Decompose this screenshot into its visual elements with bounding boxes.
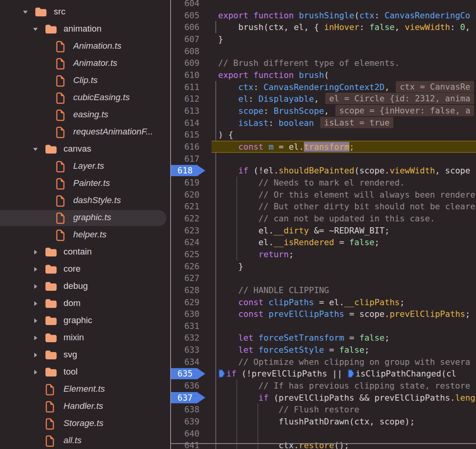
chevron-right-icon[interactable]	[32, 334, 39, 341]
code-line[interactable]: 617	[171, 153, 476, 165]
line-number[interactable]: 605	[171, 9, 199, 21]
inline-breakpoint-icon[interactable]	[348, 369, 354, 378]
code-line[interactable]: 613 scope: BrushScope,scope = {inHover: …	[171, 105, 476, 117]
line-number[interactable]: 623	[171, 224, 199, 237]
chevron-down-icon[interactable]	[32, 146, 39, 153]
line-number[interactable]: 608	[171, 45, 199, 57]
line-number[interactable]: 634	[171, 356, 199, 368]
tree-folder-mixin[interactable]: mixin	[0, 329, 170, 346]
inline-breakpoint-icon[interactable]	[219, 369, 225, 378]
line-number[interactable]: 625	[171, 248, 199, 260]
line-number[interactable]: 611	[171, 81, 199, 93]
line-number[interactable]: 631	[171, 320, 199, 332]
code-line[interactable]: 618 if (!el.shouldBePainted(scope.viewWi…	[171, 164, 476, 177]
tree-file-helper-ts[interactable]: helper.ts	[0, 226, 170, 244]
code-line[interactable]: 635if (!prevElClipPaths || isClipPathCha…	[171, 368, 476, 380]
tree-file-painter-ts[interactable]: Painter.ts	[0, 175, 170, 192]
tree-folder-dom[interactable]: dom	[0, 295, 170, 312]
code-line[interactable]: 608	[171, 45, 476, 57]
line-number[interactable]: 613	[171, 105, 199, 117]
code-line[interactable]: 639 flushPathDrawn(ctx, scope);	[171, 415, 476, 428]
line-number[interactable]: 604	[171, 0, 199, 9]
chevron-right-icon[interactable]	[32, 352, 39, 359]
tree-file-handler-ts[interactable]: Handler.ts	[0, 398, 170, 415]
code-line[interactable]: 629 const clipPaths = el.__clipPaths;	[171, 296, 476, 308]
code-line[interactable]: 638 // Flush restore	[171, 403, 476, 415]
line-number[interactable]: 610	[171, 69, 199, 81]
line-number[interactable]: 630	[171, 308, 199, 320]
line-number[interactable]: 629	[171, 296, 199, 308]
code-line[interactable]: 637 if (prevElClipPaths && prevElClipPat…	[171, 392, 476, 404]
chevron-down-icon[interactable]	[32, 26, 39, 33]
line-number[interactable]: 616	[171, 141, 199, 153]
chevron-right-icon[interactable]	[32, 266, 39, 273]
code-line[interactable]: 627	[171, 272, 476, 284]
code-line[interactable]: 612 el: Displayable,el = Circle {id: 231…	[171, 93, 476, 105]
code-line[interactable]: 630 const prevElClipPaths = scope.prevEl…	[171, 308, 476, 320]
line-number[interactable]: 606	[171, 21, 199, 33]
tree-file-element-ts[interactable]: Element.ts	[0, 381, 170, 398]
code-line[interactable]: 619 // Needs to mark el rendered.	[171, 177, 476, 189]
line-number[interactable]: 639	[171, 415, 199, 428]
code-line[interactable]: 621 // But other dirty bit should not be…	[171, 200, 476, 212]
code-line[interactable]: 622 // can not be updated in this case.	[171, 212, 476, 224]
tree-file-animation-ts[interactable]: Animation.ts	[0, 38, 170, 55]
line-number[interactable]: 632	[171, 332, 199, 344]
breakpoint-flag[interactable]: 635	[171, 368, 205, 379]
tree-file-storage-ts[interactable]: Storage.ts	[0, 415, 170, 432]
code-line[interactable]: 641 ctx.restore();	[171, 439, 476, 449]
code-line[interactable]: 628 // HANDLE CLIPPING	[171, 284, 476, 296]
line-number[interactable]: 615	[171, 129, 199, 141]
tree-file-easing-ts[interactable]: easing.ts	[0, 106, 170, 124]
tree-file-clip-ts[interactable]: Clip.ts	[0, 72, 170, 89]
code-line[interactable]: 634 // Optimize when clipping on group w…	[171, 356, 476, 368]
code-line[interactable]: 610export function brush(	[171, 69, 476, 81]
line-number[interactable]: 627	[171, 272, 199, 284]
breakpoint-flag[interactable]: 637	[171, 392, 205, 403]
tree-folder-graphic[interactable]: graphic	[0, 312, 170, 329]
chevron-right-icon[interactable]	[32, 369, 39, 376]
code-line[interactable]: 623 el.__dirty &= ~REDRAW_BIT;	[171, 224, 476, 237]
tree-file-graphic-ts[interactable]: graphic.ts	[0, 209, 170, 226]
code-line[interactable]: 605export function brushSingle(ctx: Canv…	[171, 9, 476, 21]
chevron-right-icon[interactable]	[32, 249, 39, 256]
line-number[interactable]: 612	[171, 93, 199, 105]
line-number[interactable]: 638	[171, 403, 199, 415]
line-number[interactable]: 609	[171, 57, 199, 69]
line-number[interactable]: 621	[171, 200, 199, 212]
tree-folder-core[interactable]: core	[0, 261, 170, 278]
tree-folder-svg[interactable]: svg	[0, 346, 170, 364]
line-number[interactable]: 640	[171, 428, 199, 440]
tree-folder-debug[interactable]: debug	[0, 278, 170, 295]
line-number[interactable]: 628	[171, 284, 199, 296]
tree-file-animator-ts[interactable]: Animator.ts	[0, 55, 170, 72]
line-number[interactable]: 619	[171, 177, 199, 189]
chevron-right-icon[interactable]	[32, 317, 39, 324]
code-line[interactable]: 620 // Or this element will always been …	[171, 189, 476, 201]
code-line[interactable]: 626 }	[171, 260, 476, 272]
code-line[interactable]: 631	[171, 320, 476, 332]
chevron-right-icon[interactable]	[32, 300, 39, 307]
line-number[interactable]: 614	[171, 117, 199, 129]
line-number[interactable]: 636	[171, 380, 199, 392]
tree-file-cubiceasing-ts[interactable]: cubicEasing.ts	[0, 89, 170, 106]
code-line[interactable]: 632 let forceSetTransform = false;	[171, 332, 476, 344]
code-line[interactable]: 615) {	[171, 129, 476, 141]
code-line[interactable]: 633 let forceSetStyle = false;	[171, 344, 476, 356]
tree-file-requestanimationf-[interactable]: requestAnimationF...	[0, 124, 170, 141]
code-line[interactable]: 640	[171, 428, 476, 440]
chevron-down-icon[interactable]	[22, 9, 29, 16]
tree-folder-tool[interactable]: tool	[0, 364, 170, 381]
tree-folder-src[interactable]: src	[0, 4, 170, 21]
code-line[interactable]: 611 ctx: CanvasRenderingContext2D,ctx = …	[171, 81, 476, 93]
code-line[interactable]: 604	[171, 0, 476, 9]
tree-folder-canvas[interactable]: canvas	[0, 141, 170, 158]
line-number[interactable]: 617	[171, 153, 199, 165]
code-line[interactable]: 609// Brush different type of elements.	[171, 57, 476, 69]
line-number[interactable]: 620	[171, 189, 199, 201]
tree-folder-contain[interactable]: contain	[0, 244, 170, 261]
breakpoint-flag[interactable]: 618	[171, 165, 205, 176]
line-number[interactable]: 607	[171, 33, 199, 45]
tree-folder-animation[interactable]: animation	[0, 21, 170, 38]
code-line[interactable]: 606 brush(ctx, el, { inHover: false, vie…	[171, 21, 476, 33]
